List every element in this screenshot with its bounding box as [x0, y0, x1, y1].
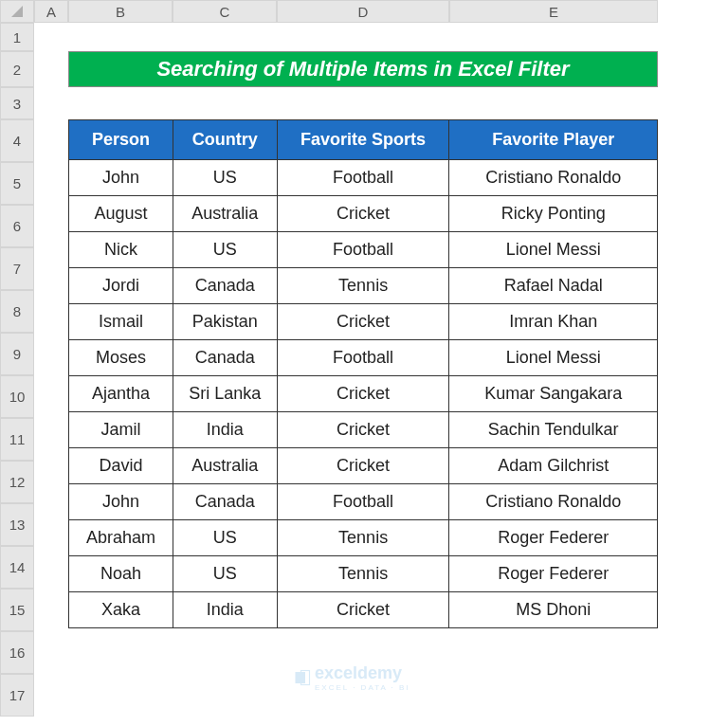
- row-header[interactable]: 5: [0, 162, 34, 205]
- cell-player[interactable]: Roger Federer: [449, 520, 658, 556]
- row-header[interactable]: 9: [0, 333, 34, 375]
- col-header-c[interactable]: C: [173, 0, 277, 23]
- cell-sports[interactable]: Cricket: [277, 592, 449, 628]
- watermark-sub: EXCEL · DATA · BI: [315, 683, 410, 692]
- cell-player[interactable]: Ricky Ponting: [449, 196, 658, 232]
- cell-sports[interactable]: Tennis: [277, 556, 449, 592]
- cell-sports[interactable]: Cricket: [277, 448, 449, 484]
- col-header-d[interactable]: D: [277, 0, 449, 23]
- cell-sports[interactable]: Football: [277, 484, 449, 520]
- title-banner: Searching of Multiple Items in Excel Fil…: [68, 51, 658, 87]
- cell-sports[interactable]: Cricket: [277, 304, 449, 340]
- cell-person[interactable]: Xaka: [69, 592, 173, 628]
- header-player[interactable]: Favorite Player: [449, 120, 658, 160]
- cell-sports[interactable]: Football: [277, 160, 449, 196]
- cell-person[interactable]: John: [69, 160, 173, 196]
- content-area: Searching of Multiple Items in Excel Fil…: [68, 23, 658, 628]
- col-header-b[interactable]: B: [68, 0, 173, 23]
- cell-player[interactable]: Kumar Sangakara: [449, 376, 658, 412]
- row-header[interactable]: 11: [0, 418, 34, 461]
- row-header[interactable]: 12: [0, 461, 34, 503]
- cell-player[interactable]: Rafael Nadal: [449, 268, 658, 304]
- cell-country[interactable]: Canada: [173, 340, 277, 376]
- cell-country[interactable]: Sri Lanka: [173, 376, 277, 412]
- row-header[interactable]: 14: [0, 546, 34, 589]
- cell-player[interactable]: Adam Gilchrist: [449, 448, 658, 484]
- svg-rect-0: [296, 672, 306, 683]
- cell-country[interactable]: US: [173, 556, 277, 592]
- col-header-e[interactable]: E: [449, 0, 658, 23]
- select-all-corner[interactable]: [0, 0, 34, 23]
- cell-sports[interactable]: Cricket: [277, 412, 449, 448]
- table-row[interactable]: AjanthaSri LankaCricketKumar Sangakara: [69, 376, 658, 412]
- table-row[interactable]: NoahUSTennisRoger Federer: [69, 556, 658, 592]
- table-row[interactable]: XakaIndiaCricketMS Dhoni: [69, 592, 658, 628]
- row-header[interactable]: 1: [0, 23, 34, 51]
- table-row[interactable]: NickUSFootballLionel Messi: [69, 232, 658, 268]
- cell-country[interactable]: India: [173, 592, 277, 628]
- cell-country[interactable]: Canada: [173, 268, 277, 304]
- cell-sports[interactable]: Tennis: [277, 268, 449, 304]
- cell-player[interactable]: Cristiano Ronaldo: [449, 484, 658, 520]
- col-header-a[interactable]: A: [34, 0, 68, 23]
- cell-person[interactable]: John: [69, 484, 173, 520]
- row-header[interactable]: 7: [0, 247, 34, 290]
- table-row[interactable]: JamilIndiaCricketSachin Tendulkar: [69, 412, 658, 448]
- cell-country[interactable]: US: [173, 232, 277, 268]
- table-row[interactable]: JordiCanadaTennisRafael Nadal: [69, 268, 658, 304]
- cell-sports[interactable]: Football: [277, 340, 449, 376]
- table-row[interactable]: MosesCanadaFootballLionel Messi: [69, 340, 658, 376]
- row-header[interactable]: 6: [0, 205, 34, 247]
- cell-person[interactable]: Jordi: [69, 268, 173, 304]
- cell-sports[interactable]: Tennis: [277, 520, 449, 556]
- excel-icon: [294, 669, 311, 686]
- watermark: exceldemy EXCEL · DATA · BI: [294, 663, 410, 692]
- cell-player[interactable]: Cristiano Ronaldo: [449, 160, 658, 196]
- cell-player[interactable]: Lionel Messi: [449, 232, 658, 268]
- table-row[interactable]: JohnUSFootballCristiano Ronaldo: [69, 160, 658, 196]
- row-header[interactable]: 13: [0, 503, 34, 546]
- table-row[interactable]: AugustAustraliaCricketRicky Ponting: [69, 196, 658, 232]
- data-table: Person Country Favorite Sports Favorite …: [68, 119, 658, 628]
- table-row[interactable]: IsmailPakistanCricketImran Khan: [69, 304, 658, 340]
- cell-sports[interactable]: Football: [277, 232, 449, 268]
- header-sports[interactable]: Favorite Sports: [277, 120, 449, 160]
- cell-player[interactable]: Lionel Messi: [449, 340, 658, 376]
- row-header[interactable]: 2: [0, 51, 34, 87]
- row-header[interactable]: 8: [0, 290, 34, 333]
- table-row[interactable]: AbrahamUSTennisRoger Federer: [69, 520, 658, 556]
- cell-person[interactable]: David: [69, 448, 173, 484]
- cell-country[interactable]: Australia: [173, 448, 277, 484]
- row-header[interactable]: 15: [0, 589, 34, 631]
- table-row[interactable]: JohnCanadaFootballCristiano Ronaldo: [69, 484, 658, 520]
- cell-person[interactable]: Abraham: [69, 520, 173, 556]
- table-row[interactable]: DavidAustraliaCricketAdam Gilchrist: [69, 448, 658, 484]
- cell-person[interactable]: Ajantha: [69, 376, 173, 412]
- row-header[interactable]: 16: [0, 631, 34, 674]
- cell-person[interactable]: Jamil: [69, 412, 173, 448]
- cell-person[interactable]: Ismail: [69, 304, 173, 340]
- cell-person[interactable]: Noah: [69, 556, 173, 592]
- cell-person[interactable]: Moses: [69, 340, 173, 376]
- header-country[interactable]: Country: [173, 120, 277, 160]
- header-person[interactable]: Person: [69, 120, 173, 160]
- row-header[interactable]: 10: [0, 375, 34, 418]
- cell-player[interactable]: Sachin Tendulkar: [449, 412, 658, 448]
- row-header[interactable]: 4: [0, 119, 34, 162]
- cell-country[interactable]: India: [173, 412, 277, 448]
- cell-country[interactable]: US: [173, 520, 277, 556]
- row-header[interactable]: 3: [0, 87, 34, 119]
- row-header[interactable]: 17: [0, 674, 34, 717]
- cell-sports[interactable]: Cricket: [277, 196, 449, 232]
- cell-player[interactable]: Roger Federer: [449, 556, 658, 592]
- cell-player[interactable]: Imran Khan: [449, 304, 658, 340]
- cell-country[interactable]: US: [173, 160, 277, 196]
- cell-person[interactable]: Nick: [69, 232, 173, 268]
- cell-person[interactable]: August: [69, 196, 173, 232]
- cell-sports[interactable]: Cricket: [277, 376, 449, 412]
- cell-country[interactable]: Canada: [173, 484, 277, 520]
- spreadsheet-grid: A B C D E: [0, 0, 728, 23]
- cell-player[interactable]: MS Dhoni: [449, 592, 658, 628]
- cell-country[interactable]: Australia: [173, 196, 277, 232]
- cell-country[interactable]: Pakistan: [173, 304, 277, 340]
